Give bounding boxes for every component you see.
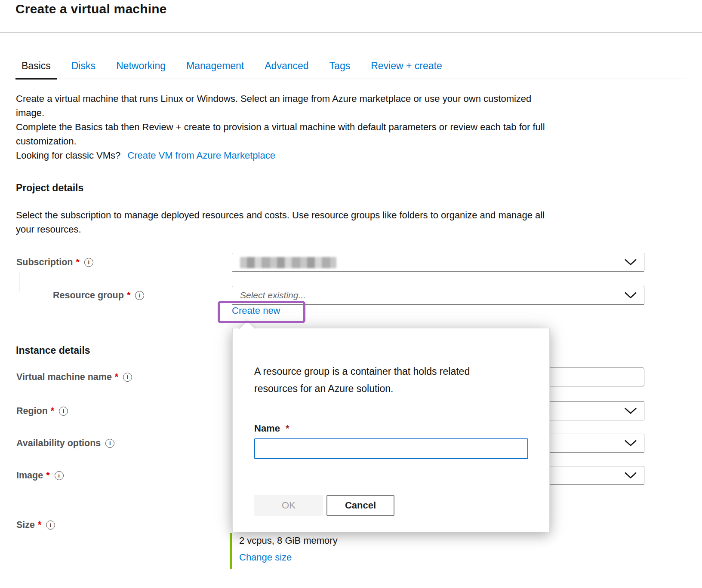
resource-group-label: Resource group * i	[53, 286, 144, 305]
info-icon[interactable]: i	[135, 291, 144, 300]
chevron-down-icon	[624, 292, 637, 299]
cancel-button[interactable]: Cancel	[326, 495, 394, 516]
chevron-down-icon	[624, 472, 637, 479]
create-new-link[interactable]: Create new	[232, 305, 280, 316]
subscription-dropdown[interactable]	[232, 253, 644, 272]
tab-tags[interactable]: Tags	[323, 56, 357, 80]
tab-review-create[interactable]: Review + create	[365, 56, 448, 80]
page-title: Create a virtual machine	[15, 2, 167, 16]
info-icon[interactable]: i	[105, 439, 114, 448]
tree-connector-vertical	[19, 272, 19, 292]
subscription-value-redacted	[240, 257, 336, 268]
image-label: Image * i	[16, 466, 64, 485]
tab-bar: Basics Disks Networking Management Advan…	[15, 56, 687, 79]
resource-group-dropdown[interactable]: Select existing...	[232, 286, 644, 305]
availability-options-label: Availability options i	[16, 434, 114, 453]
size-summary: 2 vcpus, 8 GiB memory Change size	[230, 533, 338, 569]
size-value-text: 2 vcpus, 8 GiB memory	[239, 535, 338, 546]
ok-button[interactable]: OK	[254, 495, 323, 516]
required-asterisk: *	[46, 470, 49, 481]
required-asterisk: *	[286, 423, 289, 434]
tree-connector-horizontal	[19, 292, 46, 292]
chevron-down-icon	[624, 259, 637, 266]
resource-group-placeholder: Select existing...	[240, 286, 306, 304]
info-icon[interactable]: i	[84, 258, 93, 267]
intro-paragraph-2: Complete the Basics tab then Review + cr…	[16, 120, 665, 148]
tab-networking[interactable]: Networking	[110, 56, 172, 80]
vm-name-label: Virtual machine name * i	[16, 368, 132, 386]
chevron-down-icon	[624, 440, 637, 447]
required-asterisk: *	[38, 520, 41, 530]
popup-description: A resource group is a container that hol…	[254, 363, 534, 397]
create-resource-group-popup: A resource group is a container that hol…	[232, 328, 550, 532]
info-icon[interactable]: i	[55, 471, 64, 480]
info-icon[interactable]: i	[59, 407, 68, 416]
project-details-description: Select the subscription to manage deploy…	[16, 208, 665, 236]
required-asterisk: *	[127, 290, 130, 301]
intro-paragraph-1: Create a virtual machine that runs Linux…	[16, 92, 665, 120]
change-size-link[interactable]: Change size	[239, 552, 292, 563]
required-asterisk: *	[115, 372, 118, 383]
instance-details-heading: Instance details	[16, 345, 90, 356]
create-vm-marketplace-link[interactable]: Create VM from Azure Marketplace	[127, 148, 275, 162]
required-asterisk: *	[76, 257, 79, 268]
tab-disks[interactable]: Disks	[65, 56, 102, 80]
chevron-down-icon	[624, 407, 637, 415]
resource-group-name-input[interactable]	[254, 438, 528, 459]
create-vm-page: Create a virtual machine Basics Disks Ne…	[0, 0, 702, 588]
tab-management[interactable]: Management	[180, 56, 250, 80]
size-label: Size * i	[16, 515, 55, 534]
popup-footer-divider	[233, 482, 549, 482]
subscription-label: Subscription * i	[16, 253, 93, 272]
tab-basics[interactable]: Basics	[15, 56, 57, 80]
required-asterisk: *	[51, 406, 54, 416]
info-icon[interactable]: i	[46, 521, 55, 530]
intro-text: Create a virtual machine that runs Linux…	[16, 92, 665, 162]
region-label: Region * i	[16, 401, 68, 420]
popup-name-label: Name *	[254, 423, 289, 434]
info-icon[interactable]: i	[123, 373, 132, 382]
project-details-heading: Project details	[16, 182, 83, 194]
classic-vms-prompt: Looking for classic VMs?	[16, 148, 120, 162]
tab-advanced[interactable]: Advanced	[259, 56, 314, 80]
header-divider	[0, 32, 702, 33]
